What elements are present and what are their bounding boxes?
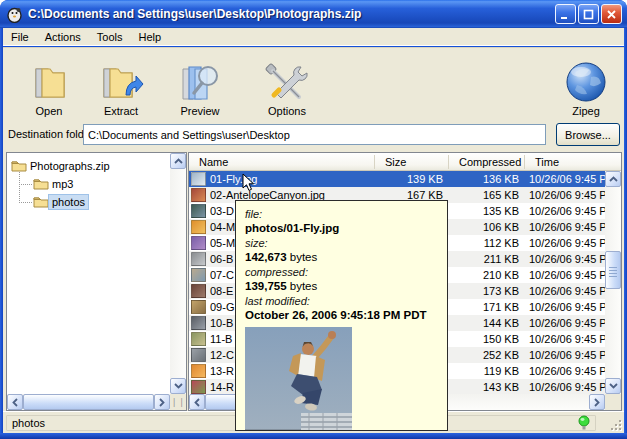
window-border-left — [0, 28, 3, 433]
window-border-bottom — [0, 433, 627, 439]
resize-grip[interactable] — [609, 418, 622, 431]
extract-folder-icon — [98, 63, 144, 103]
scroll-left-button[interactable] — [7, 394, 23, 410]
file-thumbnail-icon — [191, 364, 206, 378]
tooltip-modified-label: last modified: — [245, 294, 438, 308]
file-time: 10/26/06 9:45 P — [525, 285, 605, 297]
preview-magnifier-icon — [177, 63, 223, 103]
minimize-icon — [560, 9, 571, 20]
file-compressed-size: 171 KB — [449, 301, 525, 313]
tree-item-mp3[interactable]: mp3 — [33, 175, 76, 192]
file-name: 04-M — [210, 221, 235, 233]
open-button[interactable]: Open — [13, 51, 85, 117]
scroll-down-button[interactable] — [170, 378, 186, 394]
menu-actions[interactable]: Actions — [37, 29, 89, 45]
menu-bar: File Actions Tools Help — [3, 28, 624, 46]
file-time: 10/26/06 9:45 P — [525, 301, 605, 313]
file-compressed-size: 112 KB — [449, 237, 525, 249]
list-vertical-scrollbar[interactable] — [605, 171, 621, 394]
tooltip-modified-value: October 26, 2006 9:45:18 PM PDT — [245, 308, 438, 323]
file-time: 10/26/06 9:45 P — [525, 253, 605, 265]
file-compressed-size: 150 KB — [449, 333, 525, 345]
splitter-grip[interactable]: ❘❘ — [170, 394, 186, 410]
file-name: 09-G — [210, 301, 234, 313]
file-compressed-size: 210 KB — [449, 269, 525, 281]
status-light-icon — [578, 415, 590, 431]
window-title: C:\Documents and Settings\user\Desktop\P… — [28, 7, 553, 21]
browse-button[interactable]: Browse... — [556, 123, 620, 146]
file-time: 10/26/06 9:45 P — [525, 173, 605, 185]
destination-input[interactable] — [83, 124, 546, 145]
mouse-cursor — [242, 173, 255, 192]
scroll-down-button[interactable] — [605, 378, 621, 394]
zipeg-button[interactable]: Zipeg — [550, 51, 622, 117]
file-name: 10-B — [210, 317, 233, 329]
file-time: 10/26/06 9:45 P — [525, 269, 605, 281]
close-button[interactable] — [601, 4, 622, 24]
options-button[interactable]: Options — [251, 51, 323, 117]
scroll-right-button[interactable] — [154, 394, 170, 410]
tree-connector — [19, 202, 32, 203]
folder-icon — [33, 177, 49, 190]
options-tools-icon — [265, 63, 309, 103]
file-thumbnail-icon — [191, 188, 206, 202]
file-compressed-size: 136 KB — [449, 173, 525, 185]
file-time: 10/26/06 9:45 P — [525, 237, 605, 249]
tree-connector — [19, 184, 32, 185]
file-name: 05-M — [210, 237, 235, 249]
file-list-header: Name Size Compressed Time — [189, 153, 621, 171]
column-header-compressed[interactable]: Compressed — [449, 155, 525, 169]
file-thumbnail-icon — [191, 252, 206, 266]
file-name: 14-R — [210, 381, 234, 393]
preview-button[interactable]: Preview — [164, 51, 236, 117]
tree-item-mp3-label: mp3 — [49, 177, 76, 191]
file-info-tooltip: file: photos/01-Fly.jpg size: 142,673 by… — [235, 200, 448, 431]
menu-help[interactable]: Help — [131, 29, 170, 45]
column-header-time[interactable]: Time — [525, 155, 605, 169]
scrollbar-thumb[interactable] — [605, 251, 621, 289]
extract-button[interactable]: Extract — [85, 51, 157, 117]
file-thumbnail-icon — [191, 348, 206, 362]
tree-item-photos[interactable]: photos — [33, 193, 88, 210]
title-bar[interactable]: C:\Documents and Settings\user\Desktop\P… — [0, 0, 627, 28]
tree-horizontal-scrollbar[interactable] — [7, 394, 170, 410]
file-time: 10/26/06 9:45 P — [525, 205, 605, 217]
file-thumbnail-icon — [191, 220, 206, 234]
column-header-size[interactable]: Size — [375, 155, 449, 169]
file-compressed-size: 143 KB — [449, 381, 525, 393]
column-header-name[interactable]: Name — [189, 155, 375, 169]
file-time: 10/26/06 9:45 P — [525, 333, 605, 345]
scroll-right-button[interactable] — [589, 394, 605, 410]
file-size: 139 KB — [375, 173, 449, 185]
file-name: 12-C — [210, 349, 234, 361]
tree-item-photos-label: photos — [49, 195, 88, 209]
scrollbar-corner — [605, 394, 621, 410]
file-thumbnail-icon — [191, 268, 206, 282]
chevron-down-icon — [174, 383, 183, 389]
zipeg-app-icon — [6, 6, 23, 23]
file-name: 11-B — [210, 333, 232, 345]
tooltip-preview-photo — [245, 327, 352, 431]
tree-item-root[interactable]: Photographs.zip — [11, 157, 113, 174]
scrollbar-thumb[interactable] — [23, 394, 154, 410]
file-time: 10/26/06 9:45 P — [525, 317, 605, 329]
options-label: Options — [268, 105, 306, 117]
folder-tree-panel: Photographs.zip mp3 photos — [6, 152, 187, 411]
destination-row: Destination folder: Browse... — [3, 119, 624, 150]
scroll-up-button[interactable] — [605, 171, 621, 187]
menu-tools[interactable]: Tools — [89, 29, 131, 45]
tooltip-size-label: size: — [245, 236, 438, 250]
scroll-left-button[interactable] — [189, 394, 205, 410]
application-window: C:\Documents and Settings\user\Desktop\P… — [0, 0, 627, 439]
menu-file[interactable]: File — [3, 29, 37, 45]
file-thumbnail-icon — [191, 316, 206, 330]
tree-vertical-scrollbar[interactable] — [170, 153, 186, 394]
file-compressed-size: 135 KB — [449, 205, 525, 217]
file-name: 03-D — [210, 205, 234, 217]
status-text: photos — [12, 417, 45, 429]
minimize-button[interactable] — [555, 4, 576, 24]
tooltip-file-value: photos/01-Fly.jpg — [245, 221, 438, 236]
file-time: 10/26/06 9:45 P — [525, 189, 605, 201]
maximize-button[interactable] — [578, 4, 599, 24]
scroll-up-button[interactable] — [170, 153, 186, 169]
